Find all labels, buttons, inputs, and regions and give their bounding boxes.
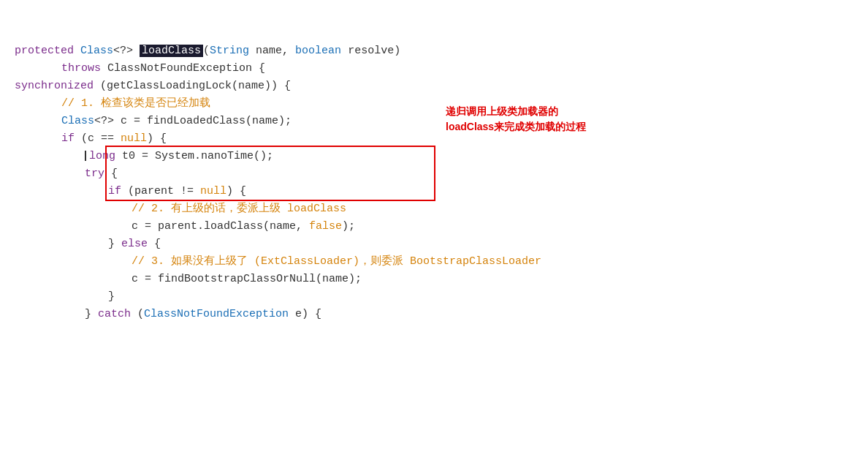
code-line-15: } bbox=[15, 288, 853, 306]
annotation-line1: 递归调用上级类加载器的 bbox=[446, 105, 558, 117]
code-line-11: c = parent.loadClass(name, false); bbox=[15, 218, 853, 236]
code-line-6: if (c == null) { bbox=[15, 130, 853, 148]
text-cursor bbox=[85, 151, 86, 161]
highlighted-method: loadClass bbox=[140, 45, 203, 57]
code-line-5: Class<?> c = findLoadedClass(name); bbox=[15, 113, 853, 130]
annotation-text: 递归调用上级类加载器的loadClass来完成类加载的过程 bbox=[446, 104, 586, 135]
code-line-13: // 3. 如果没有上级了 (ExtClassLoader)，则委派 Boots… bbox=[15, 253, 853, 271]
code-line-4: // 1. 检查该类是否已经加载 bbox=[15, 95, 853, 113]
code-line-3: synchronized (getClassLoadingLock(name))… bbox=[15, 78, 853, 95]
code-line-10: // 2. 有上级的话，委派上级 loadClass bbox=[15, 200, 853, 218]
code-line-9: if (parent != null) { bbox=[15, 183, 853, 200]
code-line-8: try { bbox=[15, 165, 853, 183]
code-line-7: long t0 = System.nanoTime(); bbox=[15, 148, 853, 165]
code-line-14: c = findBootstrapClassOrNull(name); bbox=[15, 271, 853, 288]
annotation-line2: loadClass来完成类加载的过程 bbox=[446, 121, 586, 132]
code-line-12: } else { bbox=[15, 236, 853, 253]
code-block: protected Class<?> loadClass(String name… bbox=[15, 7, 853, 323]
code-line-16: } catch (ClassNotFoundException e) { bbox=[15, 306, 853, 323]
code-line-1: protected Class<?> loadClass(String name… bbox=[15, 42, 853, 60]
code-line-2: throws ClassNotFoundException { bbox=[15, 60, 853, 78]
